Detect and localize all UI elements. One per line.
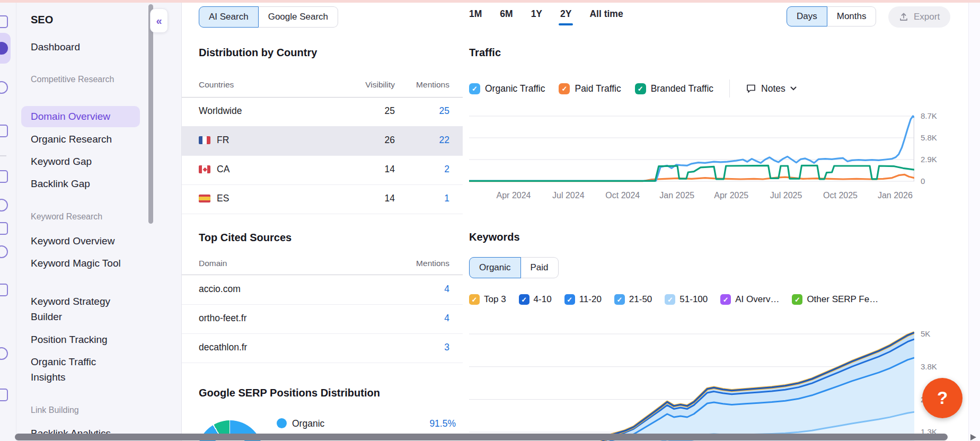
source-domain: accio.com <box>199 284 241 295</box>
rail-icon[interactable] <box>0 389 8 401</box>
rail-icon[interactable] <box>0 284 8 296</box>
search-mode-tabs: AI Search Google Search <box>199 6 338 28</box>
rail-icon[interactable] <box>0 222 8 235</box>
rail-icon[interactable] <box>0 15 8 28</box>
country-row-ca[interactable]: CA 14 2 <box>182 155 463 185</box>
tab-google-search[interactable]: Google Search <box>259 6 338 28</box>
rail-icon[interactable] <box>0 199 8 211</box>
mentions-link[interactable]: 4 <box>444 313 449 324</box>
visibility-value: 25 <box>385 105 395 117</box>
filter-label: 21-50 <box>629 294 652 305</box>
serp-legend-label: Organic <box>292 418 324 429</box>
sidebar-section-keyword-research: Keyword Research <box>31 210 147 223</box>
mentions-link[interactable]: 1 <box>444 193 449 204</box>
checkbox-icon <box>469 83 480 94</box>
legend-divider <box>729 80 730 98</box>
time-range-2y[interactable]: 2Y <box>560 8 571 25</box>
sidebar-item-domain-overview[interactable]: Domain Overview <box>21 106 140 127</box>
filter-top3-checkbox[interactable]: Top 3 <box>469 294 506 305</box>
y-axis-label: 0 <box>921 177 925 186</box>
keyword-position-filters: Top 3 4-10 11-20 21-50 51-100 AI Overv… … <box>469 294 878 305</box>
filter-4-10-checkbox[interactable]: 4-10 <box>519 294 552 305</box>
organic-legend-dot <box>277 418 287 428</box>
sidebar-collapse-button[interactable]: « <box>150 8 168 33</box>
sidebar-item-backlink-gap[interactable]: Backlink Gap <box>31 176 140 191</box>
filter-label: 51-100 <box>679 294 708 305</box>
time-range-1m[interactable]: 1M <box>469 8 482 25</box>
filter-21-50-checkbox[interactable]: 21-50 <box>614 294 652 305</box>
rail-icon-dot <box>0 42 8 55</box>
source-domain: ortho-feet.fr <box>199 313 246 324</box>
mentions-link[interactable]: 22 <box>439 135 449 146</box>
organic-traffic-checkbox[interactable]: Organic Traffic <box>469 83 545 94</box>
country-row-worldwide[interactable]: Worldwide 25 25 <box>182 97 463 127</box>
filter-51-100-checkbox[interactable]: 51-100 <box>665 294 708 305</box>
notes-label: Notes <box>761 83 785 94</box>
sidebar-item-keyword-strategy-builder[interactable]: Keyword Strategy Builder <box>31 294 140 324</box>
mentions-link[interactable]: 3 <box>444 342 449 353</box>
x-axis-label: Oct 2024 <box>597 191 648 200</box>
sidebar-item-dashboard[interactable]: Dashboard <box>31 39 140 55</box>
sidebar-item-keyword-overview[interactable]: Keyword Overview <box>31 233 140 249</box>
sidebar-item-keyword-magic-tool[interactable]: Keyword Magic Tool <box>31 255 121 271</box>
time-range-all-time[interactable]: All time <box>589 8 623 25</box>
scroll-right-arrow-icon[interactable] <box>970 434 976 440</box>
y-axis-label: 3.8K <box>921 362 937 371</box>
rail-icon-selected[interactable] <box>0 33 11 64</box>
help-button[interactable]: ? <box>922 378 963 418</box>
filter-other-serp-features-checkbox[interactable]: Other SERP Fe… <box>792 294 878 305</box>
filter-label: AI Overv… <box>735 294 779 305</box>
column-mentions: Mentions <box>416 259 449 268</box>
time-range-6m[interactable]: 6M <box>500 8 513 25</box>
rail-icon[interactable] <box>0 170 8 183</box>
france-flag-icon <box>199 136 210 144</box>
keywords-type-tabs: Organic Paid <box>469 257 559 278</box>
top-accent-strip <box>0 0 980 3</box>
x-axis-label: Apr 2025 <box>706 191 757 200</box>
column-visibility: Visibility <box>365 80 395 90</box>
time-range-1y[interactable]: 1Y <box>531 8 542 25</box>
rail-icon[interactable] <box>0 245 8 258</box>
y-axis-label: 5.8K <box>921 133 937 142</box>
mentions-link[interactable]: 2 <box>444 164 449 175</box>
country-table-header: Countries Visibility Mentions <box>182 72 463 98</box>
source-row[interactable]: ortho-feet.fr 4 <box>182 304 463 334</box>
rail-icon[interactable] <box>0 125 8 137</box>
source-row[interactable]: accio.com 4 <box>182 275 463 305</box>
branded-traffic-checkbox[interactable]: Branded Traffic <box>635 83 713 94</box>
notes-dropdown[interactable]: Notes <box>746 83 797 94</box>
traffic-legend: Organic Traffic Paid Traffic Branded Tra… <box>469 80 797 98</box>
country-row-fr[interactable]: FR 26 22 <box>182 126 463 156</box>
rail-icon[interactable] <box>0 81 8 94</box>
sidebar-scrollbar[interactable] <box>148 4 153 224</box>
mentions-link[interactable]: 4 <box>444 284 449 295</box>
sidebar-section-link-building: Link Building <box>31 404 147 417</box>
mentions-link[interactable]: 25 <box>439 105 449 117</box>
sidebar-item-organic-research[interactable]: Organic Research <box>31 131 140 147</box>
tab-ai-search[interactable]: AI Search <box>199 6 259 28</box>
horizontal-scrollbar[interactable] <box>15 434 948 440</box>
sidebar-item-organic-traffic-insights[interactable]: Organic Traffic Insights <box>31 354 121 385</box>
tab-organic-keywords[interactable]: Organic <box>469 257 521 278</box>
checkbox-icon <box>519 294 529 305</box>
x-axis-label: Jul 2025 <box>761 191 811 200</box>
checkbox-icon <box>559 83 570 94</box>
export-button[interactable]: Export <box>888 6 950 28</box>
chevron-down-icon <box>790 86 797 91</box>
filter-ai-overviews-checkbox[interactable]: AI Overv… <box>720 294 779 305</box>
source-row[interactable]: decathlon.fr 3 <box>182 333 463 363</box>
rail-icon[interactable] <box>0 347 8 360</box>
sources-table-header: Domain Mentions <box>182 250 463 275</box>
paid-traffic-checkbox[interactable]: Paid Traffic <box>559 83 621 94</box>
export-icon <box>899 12 908 22</box>
filter-label: Top 3 <box>484 294 506 305</box>
country-row-es[interactable]: ES 14 1 <box>182 184 463 214</box>
filter-11-20-checkbox[interactable]: 11-20 <box>564 294 602 305</box>
tab-paid-keywords[interactable]: Paid <box>521 257 559 278</box>
serp-section-title: Google SERP Positions Distribution <box>199 387 380 399</box>
sidebar-item-keyword-gap[interactable]: Keyword Gap <box>31 154 140 169</box>
filter-label: 11-20 <box>579 294 602 305</box>
sidebar-item-position-tracking[interactable]: Position Tracking <box>31 332 140 347</box>
granularity-months[interactable]: Months <box>827 6 877 27</box>
granularity-days[interactable]: Days <box>787 6 827 27</box>
